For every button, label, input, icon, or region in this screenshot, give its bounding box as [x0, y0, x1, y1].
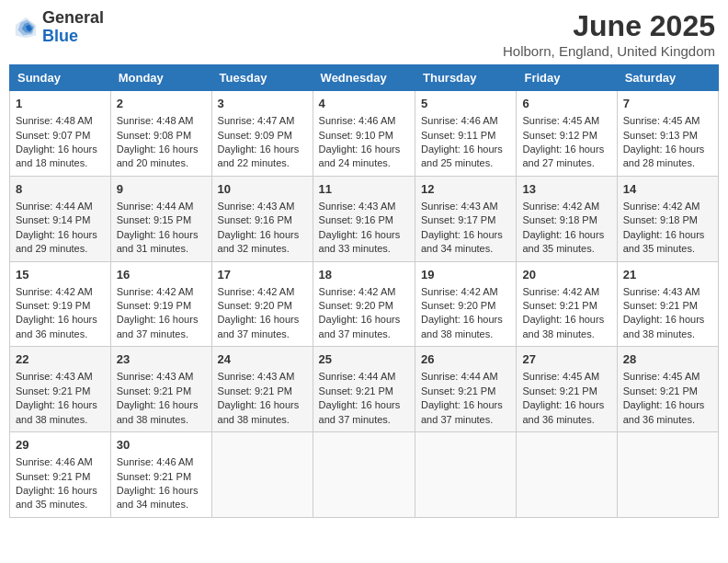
table-row: 7 Sunrise: 4:45 AM Sunset: 9:13 PM Dayli… — [617, 91, 718, 177]
col-sunday: Sunday — [10, 65, 111, 91]
table-row: 28 Sunrise: 4:45 AM Sunset: 9:21 PM Dayl… — [617, 347, 718, 432]
empty-cell — [517, 432, 617, 518]
table-row: 8 Sunrise: 4:44 AM Sunset: 9:14 PM Dayli… — [10, 176, 111, 261]
calendar-week-row: 1 Sunrise: 4:48 AM Sunset: 9:07 PM Dayli… — [10, 91, 719, 177]
logo-general-text: General — [42, 9, 104, 28]
table-row: 15 Sunrise: 4:42 AM Sunset: 9:19 PM Dayl… — [10, 261, 111, 347]
table-row: 26 Sunrise: 4:44 AM Sunset: 9:21 PM Dayl… — [415, 347, 517, 432]
table-row: 29 Sunrise: 4:46 AM Sunset: 9:21 PM Dayl… — [10, 432, 111, 518]
empty-cell — [617, 432, 718, 518]
col-saturday: Saturday — [617, 65, 718, 91]
table-row: 24 Sunrise: 4:43 AM Sunset: 9:21 PM Dayl… — [211, 347, 313, 432]
logo-icon — [13, 15, 39, 40]
col-tuesday: Tuesday — [211, 65, 313, 91]
location-subtitle: Holborn, England, United Kingdom — [503, 43, 715, 59]
col-thursday: Thursday — [415, 65, 517, 91]
calendar-header-row: Sunday Monday Tuesday Wednesday Thursday… — [10, 65, 719, 91]
table-row: 4 Sunrise: 4:46 AM Sunset: 9:10 PM Dayli… — [313, 91, 415, 177]
col-monday: Monday — [110, 65, 211, 91]
calendar-week-row: 15 Sunrise: 4:42 AM Sunset: 9:19 PM Dayl… — [10, 261, 719, 347]
table-row: 9 Sunrise: 4:44 AM Sunset: 9:15 PM Dayli… — [110, 176, 211, 261]
table-row: 25 Sunrise: 4:44 AM Sunset: 9:21 PM Dayl… — [313, 347, 415, 432]
col-wednesday: Wednesday — [313, 65, 415, 91]
table-row: 2 Sunrise: 4:48 AM Sunset: 9:08 PM Dayli… — [110, 91, 211, 177]
calendar-week-row: 29 Sunrise: 4:46 AM Sunset: 9:21 PM Dayl… — [10, 432, 719, 518]
calendar-table: Sunday Monday Tuesday Wednesday Thursday… — [9, 64, 719, 518]
month-title: June 2025 — [503, 9, 715, 43]
table-row: 17 Sunrise: 4:42 AM Sunset: 9:20 PM Dayl… — [211, 261, 313, 347]
table-row: 23 Sunrise: 4:43 AM Sunset: 9:21 PM Dayl… — [110, 347, 211, 432]
table-row: 22 Sunrise: 4:43 AM Sunset: 9:21 PM Dayl… — [10, 347, 111, 432]
col-friday: Friday — [517, 65, 617, 91]
table-row: 27 Sunrise: 4:45 AM Sunset: 9:21 PM Dayl… — [517, 347, 617, 432]
table-row: 30 Sunrise: 4:46 AM Sunset: 9:21 PM Dayl… — [110, 432, 211, 518]
table-row: 5 Sunrise: 4:46 AM Sunset: 9:11 PM Dayli… — [415, 91, 517, 177]
logo-text: General Blue — [42, 9, 104, 46]
logo-blue-text: Blue — [42, 28, 104, 46]
table-row: 21 Sunrise: 4:43 AM Sunset: 9:21 PM Dayl… — [617, 261, 718, 347]
logo: General Blue — [13, 9, 104, 46]
table-row: 18 Sunrise: 4:42 AM Sunset: 9:20 PM Dayl… — [313, 261, 415, 347]
calendar-week-row: 22 Sunrise: 4:43 AM Sunset: 9:21 PM Dayl… — [10, 347, 719, 432]
table-row: 19 Sunrise: 4:42 AM Sunset: 9:20 PM Dayl… — [415, 261, 517, 347]
title-block: June 2025 Holborn, England, United Kingd… — [503, 9, 715, 59]
empty-cell — [415, 432, 517, 518]
empty-cell — [211, 432, 313, 518]
table-row: 13 Sunrise: 4:42 AM Sunset: 9:18 PM Dayl… — [517, 176, 617, 261]
table-row: 6 Sunrise: 4:45 AM Sunset: 9:12 PM Dayli… — [517, 91, 617, 177]
table-row: 1 Sunrise: 4:48 AM Sunset: 9:07 PM Dayli… — [10, 91, 111, 177]
table-row: 11 Sunrise: 4:43 AM Sunset: 9:16 PM Dayl… — [313, 176, 415, 261]
calendar-week-row: 8 Sunrise: 4:44 AM Sunset: 9:14 PM Dayli… — [10, 176, 719, 261]
empty-cell — [313, 432, 415, 518]
page-header: General Blue June 2025 Holborn, England,… — [9, 9, 719, 59]
table-row: 3 Sunrise: 4:47 AM Sunset: 9:09 PM Dayli… — [211, 91, 313, 177]
table-row: 10 Sunrise: 4:43 AM Sunset: 9:16 PM Dayl… — [211, 176, 313, 261]
table-row: 14 Sunrise: 4:42 AM Sunset: 9:18 PM Dayl… — [617, 176, 718, 261]
table-row: 20 Sunrise: 4:42 AM Sunset: 9:21 PM Dayl… — [517, 261, 617, 347]
table-row: 12 Sunrise: 4:43 AM Sunset: 9:17 PM Dayl… — [415, 176, 517, 261]
table-row: 16 Sunrise: 4:42 AM Sunset: 9:19 PM Dayl… — [110, 261, 211, 347]
